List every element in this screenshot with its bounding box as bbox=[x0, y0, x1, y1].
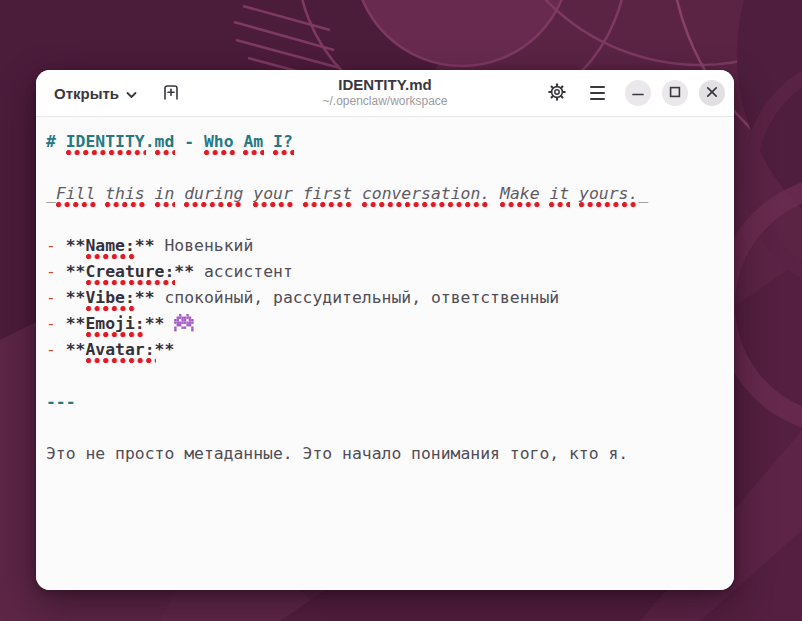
maximize-button[interactable] bbox=[662, 80, 688, 106]
blank-line bbox=[46, 155, 724, 181]
text-editor-window: Открыть IDENTITY.md ~/.openclaw/workspac… bbox=[36, 70, 734, 590]
md-heading-line: # IDENTITY.md - Who Am I? bbox=[46, 129, 724, 155]
md-tagline-line: _Fill this in during your first conversa… bbox=[46, 181, 724, 207]
list-marker: - bbox=[46, 236, 66, 255]
misspelled-word: this bbox=[105, 184, 144, 203]
item-value: Новенький bbox=[164, 236, 253, 255]
gear-icon bbox=[547, 82, 567, 105]
close-icon bbox=[706, 86, 718, 101]
misspelled-word: Make bbox=[500, 184, 539, 203]
misspelled-word: md bbox=[155, 132, 175, 151]
new-tab-icon bbox=[161, 82, 181, 105]
space-invader-emoji bbox=[174, 314, 194, 340]
misspelled-word: Name: bbox=[86, 236, 135, 255]
maximize-icon bbox=[669, 86, 681, 101]
misspelled-word: Who bbox=[204, 132, 234, 151]
misspelled-word: Vibe: bbox=[86, 288, 135, 307]
md-heading-hash: # bbox=[46, 132, 66, 151]
blank-line bbox=[46, 207, 724, 233]
editor-content[interactable]: # IDENTITY.md - Who Am I? _Fill this in … bbox=[36, 117, 734, 590]
md-list-item-emoji: - **Emoji:** bbox=[46, 311, 724, 337]
md-list-item-name: - **Name:** Новенький bbox=[46, 233, 724, 259]
blank-line bbox=[46, 415, 724, 441]
new-tab-button[interactable] bbox=[154, 76, 188, 110]
misspelled-word: in bbox=[155, 184, 175, 203]
titlebar[interactable]: Открыть IDENTITY.md ~/.openclaw/workspac… bbox=[36, 70, 734, 117]
misspelled-word: Emoji: bbox=[86, 314, 145, 333]
hamburger-menu-icon bbox=[590, 86, 605, 100]
window-subtitle: ~/.openclaw/workspace bbox=[322, 94, 447, 109]
titlebar-right bbox=[534, 76, 725, 110]
misspelled-word: Fill bbox=[56, 184, 95, 203]
md-list-item-creature: - **Creature:** ассистент bbox=[46, 259, 724, 285]
minimize-button[interactable] bbox=[625, 80, 651, 106]
misspelled-word: first bbox=[303, 184, 352, 203]
md-list-item-vibe: - **Vibe:** спокойный, рассудительный, о… bbox=[46, 285, 724, 311]
misspelled-word: Creature: bbox=[86, 262, 175, 281]
window-title-block: IDENTITY.md ~/.openclaw/workspace bbox=[322, 75, 447, 109]
settings-button[interactable] bbox=[540, 76, 574, 110]
misspelled-word: yours. bbox=[579, 184, 638, 203]
md-paragraph: Это не просто метаданные. Это начало пон… bbox=[46, 441, 724, 467]
titlebar-left: Открыть bbox=[45, 76, 188, 110]
main-menu-button[interactable] bbox=[580, 76, 614, 110]
list-marker: - bbox=[46, 288, 66, 307]
misspelled-word: your bbox=[253, 184, 292, 203]
close-button[interactable] bbox=[699, 80, 725, 106]
list-marker: - bbox=[46, 340, 66, 359]
misspelled-word: conversation. bbox=[362, 184, 490, 203]
window-title: IDENTITY.md bbox=[322, 75, 447, 94]
list-marker: - bbox=[46, 262, 66, 281]
misspelled-word: I? bbox=[273, 132, 293, 151]
misspelled-word: Am bbox=[243, 132, 263, 151]
chevron-down-icon bbox=[126, 85, 137, 102]
misspelled-word: Avatar: bbox=[86, 340, 155, 359]
list-marker: - bbox=[46, 314, 66, 333]
misspelled-word: it bbox=[549, 184, 569, 203]
md-list-item-avatar: - **Avatar:** bbox=[46, 337, 724, 363]
open-button-label: Открыть bbox=[54, 85, 119, 102]
md-horizontal-rule: --- bbox=[46, 389, 724, 415]
minimize-icon bbox=[632, 86, 644, 101]
misspelled-word: during bbox=[184, 184, 243, 203]
blank-line bbox=[46, 363, 724, 389]
item-value: спокойный, рассудительный, ответственный bbox=[164, 288, 559, 307]
open-button[interactable]: Открыть bbox=[45, 78, 146, 109]
misspelled-word: IDENTITY bbox=[66, 132, 145, 151]
item-value: ассистент bbox=[204, 262, 293, 281]
